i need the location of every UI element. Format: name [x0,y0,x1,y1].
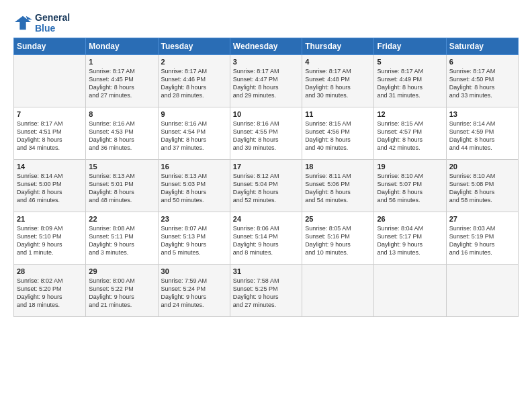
cell-content: Sunrise: 8:06 AM Sunset: 5:14 PM Dayligh… [233,224,299,257]
calendar-cell: 22Sunrise: 8:08 AM Sunset: 5:11 PM Dayli… [86,212,158,265]
day-number: 26 [377,215,443,223]
weekday-header: Monday [86,38,158,55]
cell-content: Sunrise: 8:09 AM Sunset: 5:10 PM Dayligh… [17,224,83,257]
day-number: 15 [89,163,154,171]
calendar-cell [302,265,374,317]
calendar-week-row: 28Sunrise: 8:02 AM Sunset: 5:20 PM Dayli… [14,265,519,317]
cell-content: Sunrise: 7:58 AM Sunset: 5:25 PM Dayligh… [233,277,299,310]
calendar-cell: 20Sunrise: 8:10 AM Sunset: 5:08 PM Dayli… [446,160,518,212]
cell-content: Sunrise: 8:17 AM Sunset: 4:51 PM Dayligh… [17,120,83,152]
cell-content: Sunrise: 8:07 AM Sunset: 5:13 PM Dayligh… [161,224,227,257]
day-number: 31 [233,267,299,275]
cell-content: Sunrise: 8:16 AM Sunset: 4:53 PM Dayligh… [89,120,154,152]
logo-icon [13,13,32,32]
cell-content: Sunrise: 8:17 AM Sunset: 4:46 PM Dayligh… [161,67,227,100]
day-number: 24 [233,215,299,223]
day-number: 28 [17,267,83,275]
header: General Blue [13,12,519,34]
calendar-cell [14,55,86,107]
calendar-cell: 28Sunrise: 8:02 AM Sunset: 5:20 PM Dayli… [14,265,86,317]
day-number: 14 [17,163,83,171]
cell-content: Sunrise: 8:04 AM Sunset: 5:17 PM Dayligh… [377,224,443,257]
day-number: 21 [17,215,83,223]
calendar-cell [446,265,518,317]
calendar-cell: 19Sunrise: 8:10 AM Sunset: 5:07 PM Dayli… [374,160,446,212]
day-number: 16 [161,163,227,171]
logo: General Blue [13,12,70,34]
cell-content: Sunrise: 8:02 AM Sunset: 5:20 PM Dayligh… [17,277,83,310]
calendar-table: SundayMondayTuesdayWednesdayThursdayFrid… [13,38,519,317]
calendar-cell: 9Sunrise: 8:16 AM Sunset: 4:54 PM Daylig… [158,107,230,160]
calendar-cell: 1Sunrise: 8:17 AM Sunset: 4:45 PM Daylig… [86,55,158,107]
day-number: 11 [305,110,371,118]
cell-content: Sunrise: 8:00 AM Sunset: 5:22 PM Dayligh… [89,277,154,310]
day-number: 23 [161,215,227,223]
day-number: 10 [233,110,299,118]
calendar-week-row: 21Sunrise: 8:09 AM Sunset: 5:10 PM Dayli… [14,212,519,265]
calendar-cell: 24Sunrise: 8:06 AM Sunset: 5:14 PM Dayli… [230,212,302,265]
cell-content: Sunrise: 8:13 AM Sunset: 5:01 PM Dayligh… [89,172,154,205]
calendar-cell: 3Sunrise: 8:17 AM Sunset: 4:47 PM Daylig… [230,55,302,107]
day-number: 30 [161,267,227,275]
day-number: 5 [377,58,443,66]
cell-content: Sunrise: 8:17 AM Sunset: 4:48 PM Dayligh… [305,67,371,100]
calendar-week-row: 7Sunrise: 8:17 AM Sunset: 4:51 PM Daylig… [14,107,519,160]
weekday-header: Thursday [302,38,374,55]
cell-content: Sunrise: 8:15 AM Sunset: 4:57 PM Dayligh… [377,120,443,152]
calendar-cell: 8Sunrise: 8:16 AM Sunset: 4:53 PM Daylig… [86,107,158,160]
day-number: 1 [89,58,154,66]
weekday-header: Friday [374,38,446,55]
cell-content: Sunrise: 8:12 AM Sunset: 5:04 PM Dayligh… [233,172,299,205]
cell-content: Sunrise: 7:59 AM Sunset: 5:24 PM Dayligh… [161,277,227,310]
cell-content: Sunrise: 8:17 AM Sunset: 4:47 PM Dayligh… [233,67,299,100]
calendar-cell: 25Sunrise: 8:05 AM Sunset: 5:16 PM Dayli… [302,212,374,265]
day-number: 4 [305,58,371,66]
day-number: 17 [233,163,299,171]
cell-content: Sunrise: 8:03 AM Sunset: 5:19 PM Dayligh… [449,224,515,257]
day-number: 2 [161,58,227,66]
calendar-cell: 23Sunrise: 8:07 AM Sunset: 5:13 PM Dayli… [158,212,230,265]
calendar-cell [374,265,446,317]
day-number: 25 [305,215,371,223]
calendar-cell: 7Sunrise: 8:17 AM Sunset: 4:51 PM Daylig… [14,107,86,160]
cell-content: Sunrise: 8:08 AM Sunset: 5:11 PM Dayligh… [89,224,154,257]
calendar-cell: 2Sunrise: 8:17 AM Sunset: 4:46 PM Daylig… [158,55,230,107]
calendar-cell: 5Sunrise: 8:17 AM Sunset: 4:49 PM Daylig… [374,55,446,107]
cell-content: Sunrise: 8:05 AM Sunset: 5:16 PM Dayligh… [305,224,371,257]
day-number: 22 [89,215,154,223]
cell-content: Sunrise: 8:15 AM Sunset: 4:56 PM Dayligh… [305,120,371,152]
calendar-cell: 13Sunrise: 8:14 AM Sunset: 4:59 PM Dayli… [446,107,518,160]
calendar-cell: 6Sunrise: 8:17 AM Sunset: 4:50 PM Daylig… [446,55,518,107]
day-number: 3 [233,58,299,66]
logo-text: General Blue [35,12,70,34]
calendar-week-row: 1Sunrise: 8:17 AM Sunset: 4:45 PM Daylig… [14,55,519,107]
calendar-cell: 27Sunrise: 8:03 AM Sunset: 5:19 PM Dayli… [446,212,518,265]
calendar-cell: 17Sunrise: 8:12 AM Sunset: 5:04 PM Dayli… [230,160,302,212]
day-number: 12 [377,110,443,118]
cell-content: Sunrise: 8:17 AM Sunset: 4:45 PM Dayligh… [89,67,154,100]
calendar-cell: 31Sunrise: 7:58 AM Sunset: 5:25 PM Dayli… [230,265,302,317]
cell-content: Sunrise: 8:14 AM Sunset: 4:59 PM Dayligh… [449,120,515,152]
cell-content: Sunrise: 8:16 AM Sunset: 4:54 PM Dayligh… [161,120,227,152]
calendar-week-row: 14Sunrise: 8:14 AM Sunset: 5:00 PM Dayli… [14,160,519,212]
calendar-cell: 30Sunrise: 7:59 AM Sunset: 5:24 PM Dayli… [158,265,230,317]
day-number: 19 [377,163,443,171]
cell-content: Sunrise: 8:16 AM Sunset: 4:55 PM Dayligh… [233,120,299,152]
calendar-cell: 14Sunrise: 8:14 AM Sunset: 5:00 PM Dayli… [14,160,86,212]
calendar-cell: 16Sunrise: 8:13 AM Sunset: 5:03 PM Dayli… [158,160,230,212]
day-number: 6 [449,58,515,66]
weekday-header-row: SundayMondayTuesdayWednesdayThursdayFrid… [14,38,519,55]
calendar-cell: 29Sunrise: 8:00 AM Sunset: 5:22 PM Dayli… [86,265,158,317]
day-number: 27 [449,215,515,223]
calendar-cell: 21Sunrise: 8:09 AM Sunset: 5:10 PM Dayli… [14,212,86,265]
calendar-cell: 11Sunrise: 8:15 AM Sunset: 4:56 PM Dayli… [302,107,374,160]
calendar-cell: 15Sunrise: 8:13 AM Sunset: 5:01 PM Dayli… [86,160,158,212]
day-number: 7 [17,110,83,118]
day-number: 18 [305,163,371,171]
calendar-cell: 26Sunrise: 8:04 AM Sunset: 5:17 PM Dayli… [374,212,446,265]
cell-content: Sunrise: 8:17 AM Sunset: 4:49 PM Dayligh… [377,67,443,100]
day-number: 9 [161,110,227,118]
cell-content: Sunrise: 8:10 AM Sunset: 5:08 PM Dayligh… [449,172,515,205]
cell-content: Sunrise: 8:14 AM Sunset: 5:00 PM Dayligh… [17,172,83,205]
weekday-header: Wednesday [230,38,302,55]
